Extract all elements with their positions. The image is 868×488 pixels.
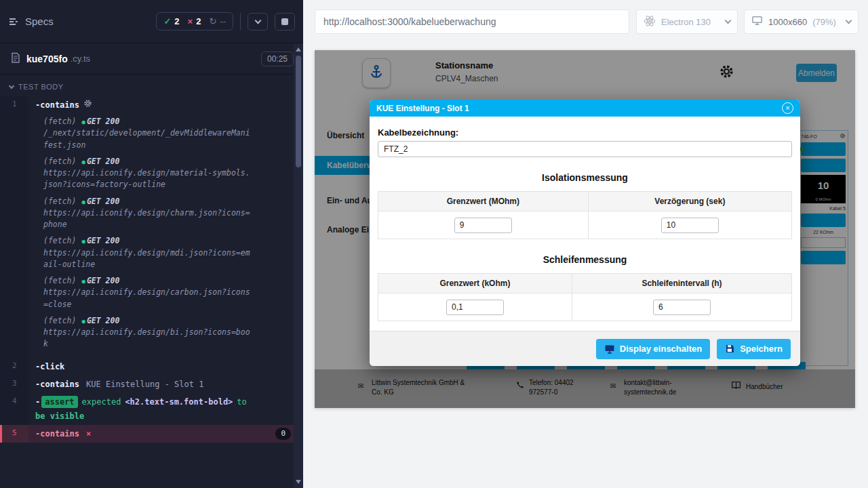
monitor-icon: [751, 15, 763, 28]
command-row-contains[interactable]: 1 -contains (fetch)●GET 200 /_next/stati…: [0, 96, 303, 358]
dialog-header: KUE Einstellung - Slot 1 ×: [370, 100, 800, 117]
network-log-entry[interactable]: (fetch)●GET 200 https://api.iconify.desi…: [43, 235, 296, 270]
isolation-delay-input[interactable]: [661, 218, 719, 233]
viewport-select[interactable]: 1000x660 (79%): [744, 9, 859, 34]
isolation-limit-input[interactable]: [454, 218, 512, 233]
assert-expected: expected: [82, 396, 121, 408]
column-header: Verzögerung (sek): [588, 192, 791, 211]
network-log-entry[interactable]: (fetch)●GET 200 https://api.iconify.desi…: [43, 315, 296, 350]
command-log: 1 -contains (fetch)●GET 200 /_next/stati…: [0, 96, 303, 443]
command-name: -click: [35, 361, 64, 373]
save-button[interactable]: Speichern: [717, 339, 791, 359]
specs-label: Specs: [25, 16, 54, 27]
restart-icon: ↻: [209, 16, 216, 26]
fetch-status: GET 200: [87, 316, 119, 325]
specs-button[interactable]: Specs: [8, 16, 54, 27]
stat-restarts: ↻ --: [209, 16, 226, 26]
command-name: -contains: [35, 378, 79, 390]
scroll-down-icon[interactable]: [296, 480, 301, 484]
test-body-label: TEST BODY: [18, 83, 64, 91]
chevron-down-icon: [9, 83, 14, 88]
status-dot-icon: ●: [81, 238, 85, 245]
fetch-url: https://api.iconify.design/carbon.json?i…: [43, 287, 250, 310]
divider: [240, 13, 241, 30]
network-log-entry[interactable]: (fetch)●GET 200 https://api.iconify.desi…: [43, 156, 296, 191]
cross-icon: ×: [188, 16, 193, 26]
command-number: 2: [0, 358, 28, 375]
close-icon[interactable]: ×: [782, 102, 793, 114]
viewport-zoom: (79%): [812, 17, 836, 27]
fetch-tag: (fetch): [43, 236, 76, 245]
status-dot-icon: ●: [81, 278, 85, 285]
command-row-assert[interactable]: 4 - assert expected <h2.text-sm.font-bol…: [0, 393, 303, 425]
chevron-down-icon: [846, 18, 852, 24]
fetch-status: GET 200: [87, 197, 119, 206]
fetch-tag: (fetch): [43, 117, 76, 126]
fetch-tag: (fetch): [43, 197, 76, 206]
scroll-up-icon[interactable]: [296, 47, 301, 52]
reporter-header: Specs ✓ 2 × 2 ↻ --: [0, 0, 303, 43]
command-row-click[interactable]: 2 -click: [0, 358, 303, 375]
url-input[interactable]: [315, 9, 629, 34]
fetch-url: https://api.iconify.design/material-symb…: [43, 167, 250, 191]
stat-passed: ✓ 2: [163, 16, 179, 26]
command-name: -contains: [35, 99, 79, 111]
fetch-tag: (fetch): [43, 276, 76, 285]
network-log-entry[interactable]: (fetch)●GET 200 https://api.iconify.desi…: [43, 196, 296, 231]
spec-file-row[interactable]: kue705fo .cy.ts 00:25: [0, 43, 303, 75]
loop-limit-input[interactable]: [446, 300, 504, 315]
cable-name-label: Kabelbezeichnung:: [378, 127, 792, 138]
isolation-section-title: Isolationsmessung: [378, 172, 792, 183]
column-header: Grenzwert (kOhm): [378, 274, 572, 293]
save-label: Speichern: [740, 344, 783, 354]
fail-count-badge: 0: [275, 428, 291, 441]
check-icon: ✓: [163, 16, 171, 26]
command-row-failed[interactable]: 5 -contains × 0: [0, 425, 303, 443]
scrollbar-thumb[interactable]: [296, 56, 301, 167]
spec-name: kue705fo: [26, 54, 68, 64]
status-dot-icon: ●: [81, 119, 85, 125]
command-row-contains[interactable]: 3 -contains KUE Einstellung - Slot 1: [0, 375, 303, 393]
assert-rest: be visible: [35, 410, 84, 422]
runner-stage: Electron 130 1000x660 (79%) Stationsname…: [303, 0, 868, 488]
fetch-status: GET 200: [87, 236, 119, 245]
test-body-toggle[interactable]: TEST BODY: [0, 75, 303, 96]
stop-icon: [281, 18, 288, 25]
status-dot-icon: ●: [81, 159, 85, 165]
fetch-url: https://api.iconify.design/charm.json?ic…: [43, 207, 250, 231]
fetch-tag: (fetch): [43, 157, 76, 166]
gear-icon: [83, 99, 92, 111]
isolation-table: Grenzwert (MOhm) Verzögerung (sek): [378, 191, 792, 239]
dialog-title: KUE Einstellung - Slot 1: [376, 104, 469, 113]
reporter-scrollbar[interactable]: [294, 43, 303, 488]
specs-list-icon: [8, 16, 19, 27]
test-stats: ✓ 2 × 2 ↻ --: [156, 12, 233, 30]
viewport-size: 1000x660: [768, 17, 807, 27]
command-number: 4: [0, 393, 28, 425]
fail-cross-icon: ×: [86, 428, 91, 440]
loop-table: Grenzwert (kOhm) Schleifenintervall (h): [378, 273, 792, 321]
browser-select[interactable]: Electron 130: [636, 9, 738, 34]
loop-section-title: Schleifenmessung: [378, 254, 792, 265]
spec-duration-badge: 00:25: [261, 52, 294, 66]
assert-to: to: [237, 396, 246, 408]
fetch-status: GET 200: [87, 276, 119, 285]
fetch-url: https://api.iconify.design/bi.json?icons…: [43, 327, 250, 350]
cable-name-input[interactable]: [378, 141, 792, 157]
network-log-entry[interactable]: (fetch)●GET 200 https://api.iconify.desi…: [43, 275, 296, 310]
chevron-down-icon: [725, 18, 732, 24]
stop-button[interactable]: [275, 13, 295, 30]
fetch-status: GET 200: [87, 117, 119, 126]
browser-label: Electron 130: [661, 17, 711, 27]
network-log-entry[interactable]: (fetch)●GET 200 /_next/static/developmen…: [43, 116, 296, 151]
stat-failed: × 2: [188, 16, 201, 26]
command-detail: KUE Einstellung - Slot 1: [86, 378, 203, 390]
collapse-button[interactable]: [248, 13, 268, 30]
column-header: Schleifenintervall (h): [572, 274, 791, 293]
fetch-url: /_next/static/development/_devMiddleware…: [43, 127, 250, 151]
fetch-url: https://api.iconify.design/mdi.json?icon…: [43, 247, 250, 271]
loop-interval-input[interactable]: [653, 300, 711, 315]
status-dot-icon: ●: [81, 199, 85, 205]
floppy-save-icon: [725, 344, 735, 354]
display-on-button[interactable]: Display einschalten: [596, 339, 710, 359]
